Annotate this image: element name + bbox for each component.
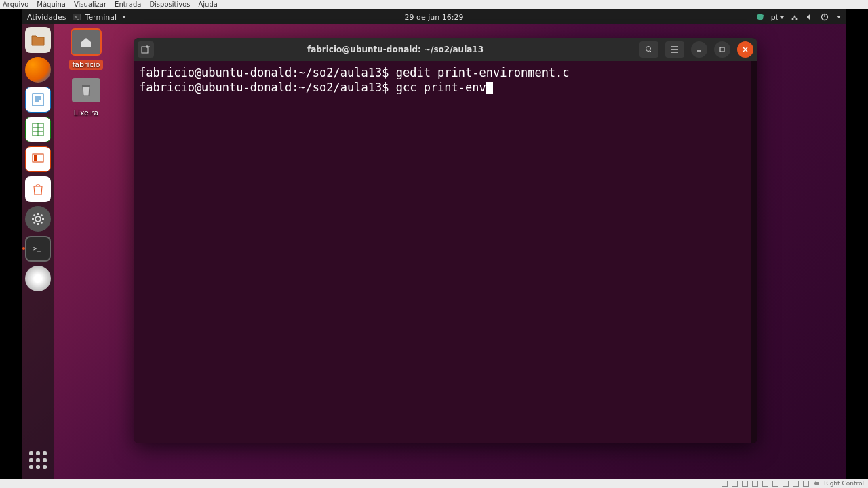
svg-line-23	[41, 222, 42, 223]
gear-icon	[31, 211, 45, 226]
desktop-trash[interactable]: Lixeira	[62, 78, 110, 118]
shell-command: gedit print-environment.c	[396, 66, 570, 79]
dock-libreoffice-impress[interactable]	[25, 146, 51, 172]
vbox-menu-item[interactable]: Máquina	[37, 1, 66, 8]
vbox-audio-icon[interactable]	[742, 481, 748, 487]
svg-line-25	[41, 215, 42, 216]
terminal-titlebar[interactable]: fabricio@ubuntu-donald: ~/so2/aula13	[134, 38, 757, 61]
power-icon[interactable]	[821, 13, 829, 21]
svg-text:>_: >_	[74, 14, 80, 20]
svg-rect-37	[720, 47, 724, 52]
svg-line-24	[34, 222, 35, 223]
vbox-optical-icon[interactable]	[732, 481, 738, 487]
shell-command: gcc print-env	[396, 81, 486, 94]
svg-point-31	[646, 47, 651, 52]
vbox-shared-icon[interactable]	[772, 481, 778, 487]
terminal-icon: >_	[32, 244, 44, 253]
vbox-record-icon[interactable]	[793, 481, 799, 487]
svg-line-22	[34, 215, 35, 216]
presentation-icon	[31, 152, 45, 167]
clock[interactable]: 29 de jun 16:29	[405, 13, 464, 22]
terminal-title: fabricio@ubuntu-donald: ~/so2/aula13	[158, 45, 633, 54]
dock-optical-disc[interactable]	[25, 266, 51, 291]
vbox-menu-item[interactable]: Dispositivos	[149, 1, 190, 8]
shopping-bag-icon	[31, 182, 45, 197]
vbox-menu-item[interactable]: Visualizar	[74, 1, 106, 8]
new-tab-icon	[141, 45, 151, 54]
input-lang[interactable]: pt	[771, 13, 784, 22]
dock-firefox[interactable]	[25, 57, 51, 83]
svg-text:>_: >_	[33, 245, 41, 252]
window-maximize-button[interactable]	[714, 41, 730, 58]
window-minimize-button[interactable]	[691, 41, 707, 58]
app-menu-label: Terminal	[85, 13, 117, 22]
dock-libreoffice-writer[interactable]	[25, 87, 51, 113]
svg-rect-16	[34, 155, 37, 161]
shell-prompt: fabricio@ubuntu-donald:~/so2/aula13$	[139, 81, 396, 94]
hamburger-icon	[670, 45, 679, 54]
shell-prompt: fabricio@ubuntu-donald:~/so2/aula13$	[139, 66, 396, 79]
terminal-scrollbar[interactable]	[751, 61, 757, 443]
trash-icon	[80, 83, 92, 97]
svg-rect-27	[82, 85, 90, 87]
dock-ubuntu-software[interactable]	[25, 176, 51, 202]
chevron-down-icon	[122, 16, 126, 18]
terminal-window: fabricio@ubuntu-donald: ~/so2/aula13 fab…	[134, 38, 757, 443]
search-icon	[645, 45, 653, 54]
ubuntu-dock: >_	[22, 24, 54, 479]
close-icon	[742, 46, 749, 53]
svg-point-17	[35, 216, 41, 222]
desktop-home-label: fabricio	[69, 60, 102, 70]
vbox-host-menubar: Arquivo Máquina Visualizar Entrada Dispo…	[0, 0, 868, 9]
show-applications-button[interactable]	[25, 447, 51, 473]
svg-rect-7	[33, 94, 43, 106]
vbox-menu-item[interactable]: Entrada	[115, 1, 141, 8]
vbox-usb-icon[interactable]	[762, 481, 768, 487]
dock-files[interactable]	[25, 27, 51, 53]
folder-icon	[31, 33, 45, 47]
svg-line-32	[650, 51, 652, 53]
app-menu[interactable]: >_ Terminal	[73, 13, 126, 22]
shield-icon	[756, 13, 764, 21]
dock-libreoffice-calc[interactable]	[25, 117, 51, 142]
vbox-hd-icon[interactable]	[722, 481, 728, 487]
dock-terminal[interactable]: >_	[25, 236, 51, 262]
spreadsheet-icon	[31, 122, 45, 137]
vbox-menu-item[interactable]: Arquivo	[3, 1, 28, 8]
desktop-icons: fabricio Lixeira	[62, 30, 110, 126]
maximize-icon	[719, 46, 726, 53]
vbox-status-bar: Right Control	[0, 479, 868, 488]
minimize-icon	[696, 46, 703, 53]
desktop-home-folder[interactable]: fabricio	[62, 30, 110, 70]
vbox-hostkey-label: Right Control	[824, 480, 864, 487]
document-icon	[31, 92, 45, 107]
chevron-down-icon	[837, 16, 841, 18]
vbox-menu-item[interactable]: Ajuda	[198, 1, 217, 8]
vbox-display-icon[interactable]	[783, 481, 789, 487]
hamburger-menu-button[interactable]	[665, 41, 684, 58]
volume-icon[interactable]	[806, 13, 814, 21]
vbox-hostkey-icon	[813, 480, 820, 487]
terminal-cursor	[486, 82, 493, 94]
guest-vm-screen: Atividades >_ Terminal 29 de jun 16:29 p…	[22, 9, 846, 479]
home-folder-icon	[79, 36, 93, 48]
search-button[interactable]	[639, 41, 658, 58]
window-close-button[interactable]	[737, 41, 753, 58]
vbox-network-icon[interactable]	[752, 481, 758, 487]
desktop-trash-label: Lixeira	[74, 108, 98, 117]
activities-button[interactable]: Atividades	[27, 13, 66, 22]
new-tab-button[interactable]	[138, 41, 154, 58]
vbox-cpu-icon[interactable]	[803, 481, 809, 487]
network-icon[interactable]	[791, 13, 799, 21]
dock-settings[interactable]	[25, 206, 51, 232]
terminal-body[interactable]: fabricio@ubuntu-donald:~/so2/aula13$ ged…	[134, 61, 757, 443]
gnome-top-bar: Atividades >_ Terminal 29 de jun 16:29 p…	[22, 9, 846, 24]
terminal-icon: >_	[73, 14, 81, 20]
